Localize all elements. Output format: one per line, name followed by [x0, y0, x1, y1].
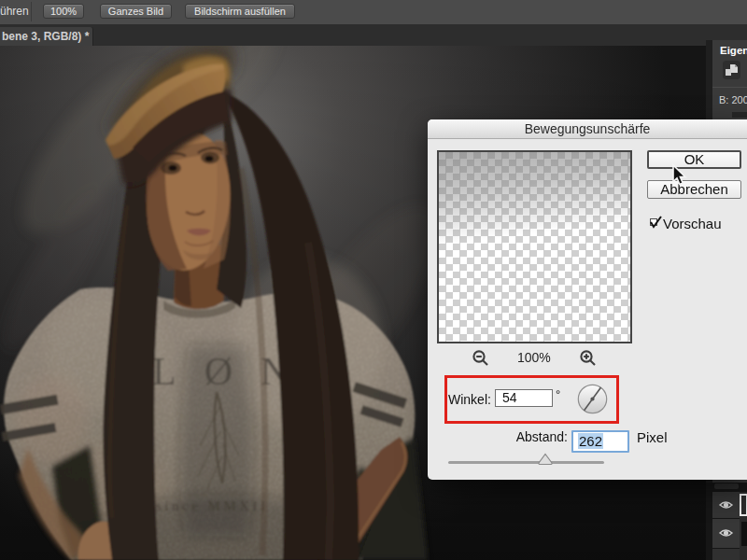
svg-text:since MMXII: since MMXII — [156, 498, 269, 513]
